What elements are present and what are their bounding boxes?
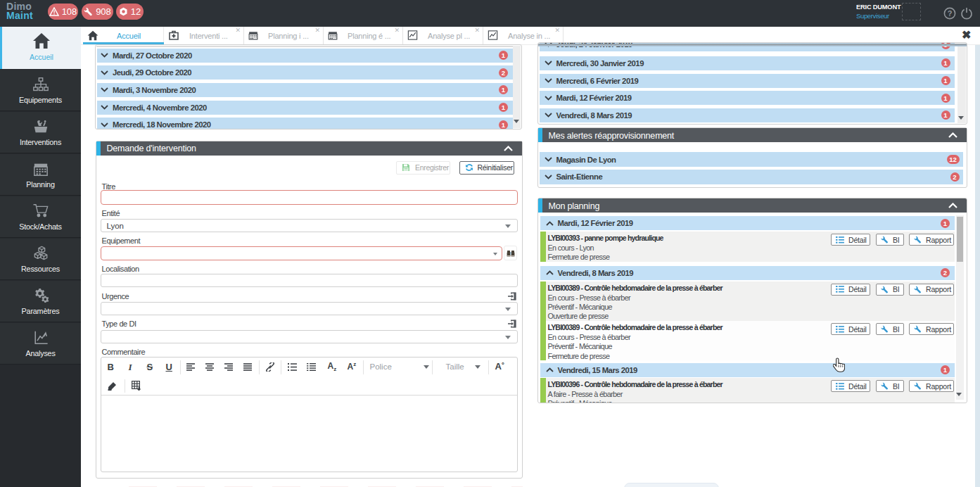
svg-text:?: ? [948, 9, 953, 18]
